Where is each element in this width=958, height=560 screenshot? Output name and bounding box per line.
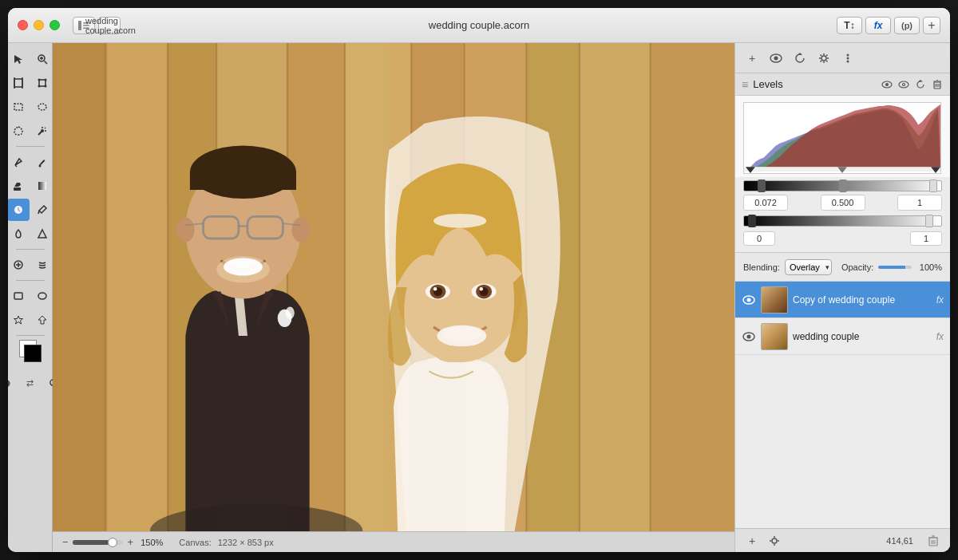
arrow-tool[interactable] [8, 48, 30, 70]
white-point-slider[interactable] [929, 179, 937, 192]
panel-add-button[interactable]: + [743, 49, 761, 67]
blend-mode-select[interactable]: Overlay Normal Multiply Screen [785, 259, 832, 275]
zoom-tool[interactable] [31, 48, 53, 70]
levels-visibility-button[interactable] [897, 78, 910, 91]
heal-tool[interactable] [8, 254, 30, 276]
p-button[interactable]: (p) [894, 17, 920, 34]
midtone-input[interactable]: 0.500 [821, 195, 865, 211]
panel-refresh-button[interactable] [791, 49, 809, 67]
zoom-slider[interactable] [73, 540, 124, 545]
levels-reset-button[interactable] [914, 78, 927, 91]
layer-fx-copy[interactable]: fx [936, 294, 944, 306]
panel-more-button[interactable] [839, 49, 857, 67]
levels-input-values: 0.072 0.500 1 [735, 191, 950, 214]
layer-eye-copy[interactable] [742, 293, 756, 307]
divider-1 [16, 146, 45, 147]
tool-row-10 [8, 285, 53, 307]
minimize-button[interactable] [34, 20, 44, 30]
add-panel-button[interactable]: + [923, 17, 940, 34]
panel-toolbar: + [735, 43, 950, 73]
layer-thumb-original [761, 323, 788, 350]
gradient-tool[interactable] [31, 175, 53, 197]
tab-label[interactable]: wedding couple.acorn [98, 17, 121, 34]
input-levels-slider[interactable] [743, 180, 942, 191]
svg-point-119 [772, 538, 777, 543]
output-max-input[interactable]: 1 [910, 231, 942, 246]
zoom-plus-button[interactable]: + [128, 536, 134, 548]
output-levels-slider[interactable] [743, 215, 942, 227]
sharpen-tool[interactable] [31, 223, 53, 245]
zoom-level: 150% [141, 538, 163, 547]
main-content: ⬤ ⇄ [8, 43, 950, 552]
transform-tool[interactable] [31, 72, 53, 94]
svg-marker-95 [798, 53, 802, 55]
fx-button[interactable]: fx [865, 17, 891, 34]
marquee-rect-tool[interactable] [8, 96, 30, 118]
panel-bottom-add[interactable]: + [743, 532, 761, 550]
pen-tool[interactable] [8, 151, 30, 173]
star-shape-tool[interactable] [8, 309, 30, 331]
opacity-value: 100% [920, 262, 942, 272]
levels-eye-button[interactable] [881, 78, 893, 91]
svg-rect-28 [38, 182, 46, 190]
panel-gear-button[interactable] [815, 49, 833, 67]
layer-item-copy[interactable]: Copy of wedding couple fx [735, 282, 950, 318]
close-button[interactable] [18, 20, 28, 30]
panel-bottom-trash[interactable] [924, 532, 942, 550]
panel-bottom-gear[interactable] [766, 532, 783, 550]
arrow-shape-tool[interactable] [31, 309, 53, 331]
crop-tool[interactable] [8, 72, 30, 94]
layer-fx-original[interactable]: fx [936, 331, 944, 342]
color-swatches[interactable] [19, 340, 42, 362]
swap-colors-button[interactable]: ⇄ [19, 372, 42, 394]
rect-shape-tool[interactable] [8, 285, 30, 307]
svg-line-22 [45, 128, 46, 128]
color-temp-tool[interactable] [8, 199, 30, 221]
midtone-slider[interactable] [839, 179, 847, 192]
output-slider-track[interactable] [743, 215, 942, 227]
tool-row-5 [8, 151, 53, 173]
blend-mode-select-wrapper[interactable]: Overlay Normal Multiply Screen ▾ [785, 259, 832, 275]
layer-item-original[interactable]: wedding couple fx [735, 318, 950, 355]
output-black-slider[interactable] [748, 215, 756, 227]
tool-row-7 [8, 199, 53, 221]
levels-title: Levels [753, 78, 876, 90]
output-white-slider[interactable] [925, 215, 933, 227]
canvas-area: − + 150% Canvas: 1232 × 853 px [53, 43, 734, 552]
black-point-input[interactable]: 0.072 [743, 195, 788, 211]
maximize-button[interactable] [49, 20, 60, 30]
input-slider-track[interactable] [743, 180, 942, 191]
svg-line-30 [38, 211, 39, 214]
magic-wand-tool[interactable] [31, 120, 53, 142]
paint-bucket-tool[interactable] [8, 175, 30, 197]
output-min-input[interactable]: 0 [743, 231, 775, 246]
tool-row-3 [8, 96, 53, 118]
zoom-minus-button[interactable]: − [62, 536, 69, 548]
layer-eye-original[interactable] [742, 329, 756, 344]
marquee-ellipse-tool[interactable] [31, 96, 53, 118]
default-colors-button[interactable]: ⬤ [8, 372, 18, 394]
svg-point-99 [847, 60, 849, 62]
ellipse-shape-tool[interactable] [31, 285, 53, 307]
canvas-image[interactable] [53, 43, 734, 531]
svg-point-102 [899, 81, 909, 88]
burn-tool[interactable] [8, 223, 30, 245]
text-tool-button[interactable]: T↕ [837, 17, 862, 34]
smudge-tool[interactable] [31, 254, 53, 276]
svg-point-96 [821, 56, 826, 61]
brush-tool[interactable] [31, 151, 53, 173]
svg-point-16 [38, 85, 40, 88]
blending-label: Blending: [743, 262, 780, 272]
svg-point-17 [44, 85, 46, 88]
panel-eye-button[interactable] [767, 49, 785, 67]
levels-grip: ≡ [742, 78, 748, 91]
svg-point-24 [41, 129, 44, 132]
levels-delete-button[interactable] [931, 78, 944, 91]
svg-marker-31 [38, 230, 46, 238]
black-point-slider[interactable] [758, 179, 766, 192]
white-point-input[interactable]: 1 [897, 195, 942, 211]
opacity-slider[interactable] [878, 266, 912, 269]
lasso-tool[interactable] [8, 120, 30, 142]
svg-marker-38 [38, 316, 46, 324]
eyedropper-tool[interactable] [31, 199, 53, 221]
